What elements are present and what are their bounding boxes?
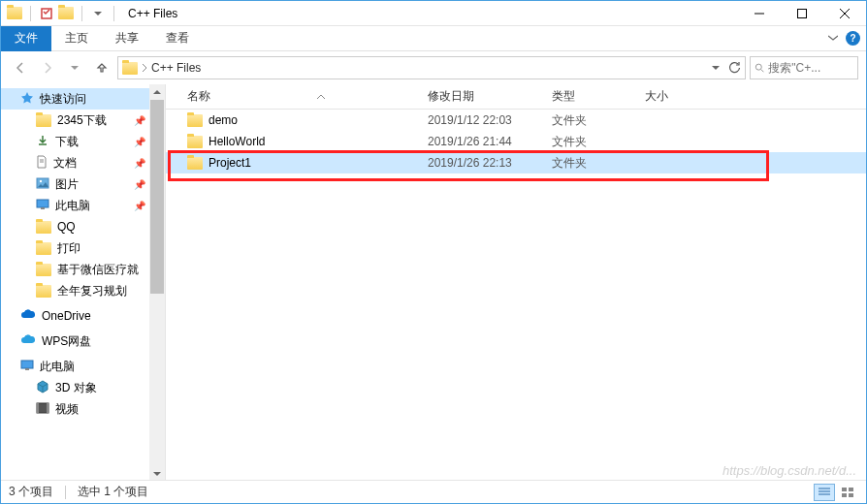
status-selection: 选中 1 个项目 [78, 484, 148, 500]
sidebar-item[interactable]: 基于微信医疗就 [1, 259, 149, 280]
column-label: 类型 [552, 89, 575, 103]
sidebar-item-label: 2345下载 [57, 112, 107, 129]
pin-icon: 📌 [134, 115, 145, 126]
dropdown-icon[interactable] [90, 6, 106, 21]
sidebar-item-this-pc[interactable]: 此电脑📌 [1, 195, 149, 216]
pin-icon: 📌 [134, 137, 145, 147]
tab-file[interactable]: 文件 [1, 26, 51, 51]
file-date: 2019/1/26 21:44 [420, 135, 544, 148]
close-button[interactable] [823, 1, 866, 26]
view-details-button[interactable] [814, 484, 835, 501]
window-controls [738, 1, 866, 26]
file-list: 名称 修改日期 类型 大小 demo 2019/1/12 22:03 文件夹 H… [166, 84, 866, 482]
folder-icon [7, 6, 22, 21]
download-icon [36, 134, 49, 150]
column-date[interactable]: 修改日期 [420, 88, 544, 105]
sidebar-item[interactable]: 打印 [1, 237, 149, 259]
properties-icon[interactable] [39, 6, 54, 21]
sidebar-item-downloads[interactable]: 下载📌 [1, 131, 149, 152]
file-rows: demo 2019/1/12 22:03 文件夹 HelloWorld 2019… [166, 110, 866, 173]
folder-icon [36, 285, 51, 298]
minimize-button[interactable] [738, 1, 781, 26]
svg-rect-2 [798, 9, 807, 17]
sidebar-onedrive[interactable]: OneDrive [1, 305, 149, 327]
sidebar-item[interactable]: 2345下载📌 [1, 110, 149, 131]
column-label: 大小 [645, 89, 668, 103]
separator [30, 6, 31, 21]
tab-file-label: 文件 [15, 30, 38, 47]
sidebar-item-label: 图片 [55, 176, 79, 193]
scrollbar-track[interactable] [149, 294, 165, 466]
tab-label: 查看 [166, 30, 189, 47]
scroll-up-icon[interactable] [149, 84, 165, 100]
ribbon-expand-icon[interactable] [828, 32, 838, 46]
column-size[interactable]: 大小 [637, 88, 715, 105]
file-name: HelloWorld [209, 135, 265, 148]
maximize-button[interactable] [781, 1, 823, 26]
sidebar-item-label: QQ [57, 220, 76, 234]
sidebar-item-label: 快速访问 [40, 91, 86, 108]
sidebar-item-label: 基于微信医疗就 [57, 262, 139, 278]
folder-icon [36, 242, 51, 255]
sidebar-item-pictures[interactable]: 图片📌 [1, 173, 149, 195]
up-button[interactable] [90, 56, 113, 79]
separator [113, 6, 114, 21]
sidebar-item-label: 3D 对象 [55, 380, 97, 396]
file-type: 文件夹 [544, 155, 637, 172]
file-type: 文件夹 [544, 112, 637, 129]
folder-icon [36, 221, 51, 234]
new-folder-icon[interactable] [58, 6, 74, 21]
sidebar-item[interactable]: 全年复习规划 [1, 280, 149, 301]
recent-dropdown-icon[interactable] [63, 56, 86, 79]
search-box[interactable] [750, 56, 858, 79]
file-row[interactable]: demo 2019/1/12 22:03 文件夹 [166, 110, 866, 131]
chevron-down-icon[interactable] [712, 64, 720, 72]
sidebar-wps[interactable]: WPS网盘 [1, 331, 149, 352]
pin-icon: 📌 [134, 201, 145, 211]
sidebar-item-3d[interactable]: 3D 对象 [1, 377, 149, 398]
column-type[interactable]: 类型 [544, 88, 637, 105]
svg-rect-21 [842, 488, 847, 491]
folder-icon [187, 136, 203, 148]
status-item-count: 3 个项目 [9, 484, 53, 500]
back-button[interactable] [9, 56, 32, 79]
file-date: 2019/1/12 22:03 [420, 113, 544, 127]
folder-icon [187, 157, 203, 170]
pc-icon [36, 199, 49, 213]
pin-icon: 📌 [134, 158, 145, 169]
sidebar-item[interactable]: QQ [1, 216, 149, 237]
svg-rect-22 [849, 488, 853, 491]
sidebar-item-documents[interactable]: 文档📌 [1, 152, 149, 173]
sidebar-item-label: WPS网盘 [42, 333, 91, 350]
sidebar-item-label: 全年复习规划 [57, 283, 127, 299]
sidebar-quick-access[interactable]: 快速访问 [1, 88, 149, 110]
search-icon [755, 62, 764, 74]
file-type: 文件夹 [544, 134, 637, 150]
tab-share[interactable]: 共享 [102, 26, 152, 51]
forward-button[interactable] [36, 56, 59, 79]
sidebar-item-label: 此电脑 [55, 198, 90, 214]
tab-label: 主页 [65, 30, 88, 47]
refresh-icon[interactable] [727, 61, 741, 75]
sidebar-this-pc[interactable]: 此电脑 [1, 356, 149, 377]
address-bar[interactable]: C++ Files [117, 56, 746, 79]
sidebar-item-label: 视频 [55, 401, 79, 418]
scrollbar-thumb[interactable] [150, 100, 164, 294]
help-icon[interactable]: ? [846, 31, 860, 46]
file-row[interactable]: HelloWorld 2019/1/26 21:44 文件夹 [166, 131, 866, 152]
svg-point-10 [40, 179, 42, 181]
file-row-selected[interactable]: Project1 2019/1/26 22:13 文件夹 [166, 152, 866, 173]
svg-rect-12 [41, 207, 45, 209]
tab-view[interactable]: 查看 [152, 26, 203, 51]
folder-icon [187, 114, 203, 127]
navigation-pane: 快速访问 2345下载📌 下载📌 文档📌 图片📌 此电脑📌 QQ 打印 基于微信… [1, 84, 166, 482]
picture-icon [36, 177, 49, 192]
watermark: https://blog.csdn.net/d... [722, 463, 856, 478]
sidebar-item-videos[interactable]: 视频 [1, 398, 149, 420]
sidebar-scrollbar[interactable] [149, 84, 165, 482]
tab-home[interactable]: 主页 [51, 26, 102, 51]
search-input[interactable] [768, 61, 853, 75]
view-icons-button[interactable] [837, 484, 858, 501]
column-name[interactable]: 名称 [179, 88, 420, 105]
file-name: demo [209, 113, 238, 127]
